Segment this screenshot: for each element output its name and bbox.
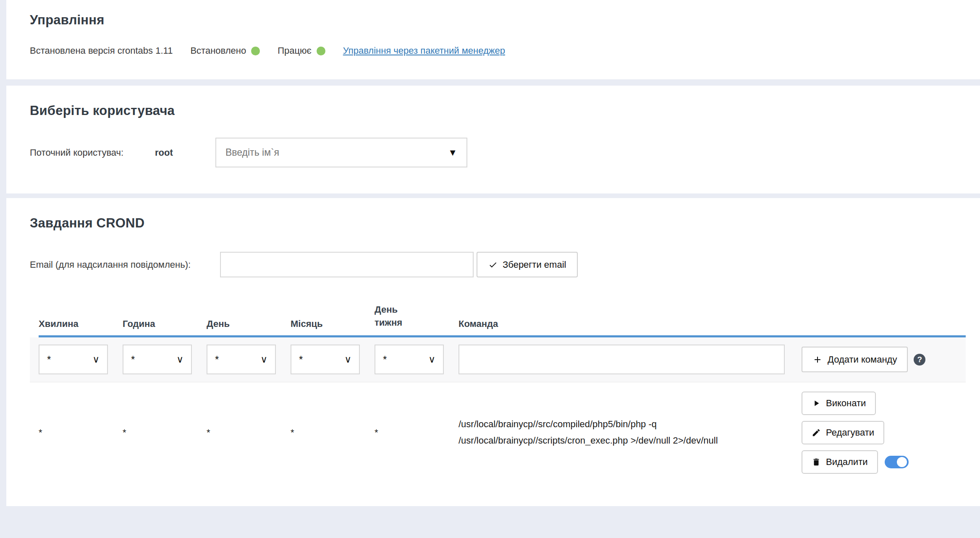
- email-label: Email (для надсилання повідомлень):: [30, 259, 220, 270]
- hour-select[interactable]: * ∨: [123, 345, 192, 374]
- installed-version-text: Встановлена версія crontabs 1.11: [30, 45, 173, 56]
- chevron-down-icon: ∨: [176, 354, 183, 365]
- run-label: Виконати: [826, 398, 866, 409]
- crond-tasks-panel: Завдання CROND Email (для надсилання пов…: [6, 198, 980, 506]
- header-hour: Година: [123, 319, 207, 329]
- check-icon: [488, 260, 498, 269]
- package-manager-link[interactable]: Управління через пакетний менеджер: [343, 45, 505, 56]
- status-row: Встановлена версія crontabs 1.11 Встанов…: [30, 45, 966, 56]
- cron-table-header: Хвилина Година День Місяць День тижня Ко…: [39, 303, 966, 337]
- installed-status-label: Встановлено: [190, 45, 246, 56]
- header-weekday: День тижня: [375, 303, 459, 329]
- current-user-value: root: [155, 147, 215, 158]
- header-minute: Хвилина: [39, 319, 123, 329]
- header-day: День: [207, 319, 291, 329]
- management-title: Управління: [30, 13, 966, 28]
- task-row: * * * * * /usr/local/brainycp//src/compi…: [39, 382, 966, 483]
- day-select[interactable]: * ∨: [207, 345, 276, 374]
- dropdown-caret-icon: ▼: [448, 147, 457, 158]
- edit-label: Редагувати: [826, 427, 874, 438]
- run-button[interactable]: Виконати: [802, 392, 876, 415]
- email-input[interactable]: [220, 252, 474, 277]
- crond-title: Завдання CROND: [30, 216, 966, 231]
- plus-icon: [812, 355, 823, 365]
- chevron-down-icon: ∨: [260, 354, 267, 365]
- user-select-placeholder: Введіть ім`я: [225, 147, 279, 158]
- new-task-row: * ∨ * ∨ * ∨ * ∨: [30, 337, 966, 382]
- add-command-button[interactable]: Додати команду: [802, 347, 908, 372]
- email-row: Email (для надсилання повідомлень): Збер…: [30, 252, 966, 277]
- select-user-title: Виберіть користувача: [30, 103, 966, 118]
- running-status-dot-icon: [317, 47, 325, 55]
- chevron-down-icon: ∨: [92, 354, 100, 365]
- task-hour: *: [123, 427, 207, 438]
- chevron-down-icon: ∨: [428, 354, 435, 365]
- header-month: Місяць: [291, 319, 375, 329]
- month-select[interactable]: * ∨: [291, 345, 360, 374]
- pencil-icon: [812, 428, 821, 437]
- task-minute: *: [39, 427, 123, 438]
- running-status-label: Працює: [278, 45, 312, 56]
- task-actions: Виконати Редагувати Видалити: [802, 392, 966, 474]
- add-command-label: Додати команду: [828, 354, 897, 365]
- task-day: *: [207, 427, 291, 438]
- running-status: Працює: [278, 45, 325, 56]
- installed-status: Встановлено: [190, 45, 260, 56]
- weekday-select[interactable]: * ∨: [375, 345, 444, 374]
- save-email-button[interactable]: Зберегти email: [477, 252, 578, 277]
- play-icon: [812, 399, 821, 408]
- chevron-down-icon: ∨: [344, 354, 351, 365]
- delete-button[interactable]: Видалити: [802, 450, 878, 474]
- select-user-panel: Виберіть користувача Поточний користувач…: [6, 86, 980, 193]
- command-input[interactable]: [459, 345, 785, 374]
- trash-icon: [812, 457, 821, 467]
- edit-button[interactable]: Редагувати: [802, 421, 884, 444]
- cron-table: Хвилина Година День Місяць День тижня Ко…: [30, 303, 966, 483]
- task-command: /usr/local/brainycp//src/compiled/php5/b…: [459, 416, 786, 449]
- installed-status-dot-icon: [251, 47, 260, 55]
- user-select[interactable]: Введіть ім`я ▼: [215, 138, 467, 167]
- help-icon[interactable]: ?: [914, 354, 925, 366]
- task-enabled-toggle[interactable]: [885, 456, 909, 468]
- current-user-row: Поточний користувач: root Введіть ім`я ▼: [30, 138, 966, 167]
- management-panel: Управління Встановлена версія crontabs 1…: [6, 0, 980, 79]
- task-month: *: [291, 427, 375, 438]
- task-weekday: *: [375, 427, 459, 438]
- minute-select[interactable]: * ∨: [39, 345, 108, 374]
- delete-label: Видалити: [826, 457, 868, 467]
- save-email-label: Зберегти email: [503, 259, 566, 270]
- toggle-knob: [897, 457, 907, 467]
- header-command: Команда: [459, 319, 802, 329]
- current-user-label: Поточний користувач:: [30, 147, 155, 158]
